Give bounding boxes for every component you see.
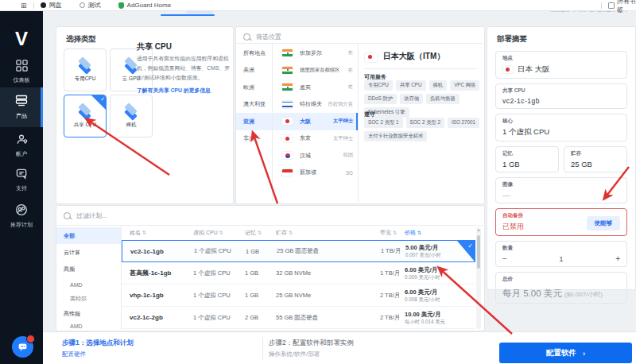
summary-plan-box: 共享 CPU vc2-1c-1gb [495,83,627,109]
city-row-bangalore[interactable]: 班加罗尔 在 [273,45,358,62]
products-stack-icon [15,95,28,107]
apps-grid-icon[interactable]: ⊞ [21,2,27,10]
location-detail-title: 日本大阪（ITM） [383,51,444,62]
step2-title[interactable]: 步骤2：配置软件和部署实例 [269,339,354,348]
summary-location-box: 地点 日本 大阪 [495,51,627,79]
plan-filter-all[interactable]: 全部 [56,227,121,244]
plan-filter-high-performance[interactable]: 高性能 [56,306,121,321]
sidebar-item-label: 帐户 [0,150,43,158]
bookmark-item[interactable]: 测试 [80,1,101,10]
plan-memory: 1 GB [245,269,276,277]
singapore-flag-icon [282,169,293,176]
sort-icon: ⇅ [142,230,146,235]
sort-icon: ⇅ [219,230,223,235]
plan-filter-high-frequency[interactable]: 高频 [56,261,121,277]
city-row-osaka[interactable]: 大阪 太平绅士 [273,113,358,130]
column-header-memory[interactable]: 记忆⇅ [245,229,276,237]
plan-storage: 55 GB 固态硬盘 [276,314,380,322]
bookmark-label: 网盘 [49,1,62,10]
region-item-australia[interactable]: 澳大利亚 [236,96,272,114]
chat-widget-button[interactable] [12,336,33,358]
compliance-tag: ISO 27001 [448,118,479,128]
server-stack-icon [76,103,95,118]
type-card-shared-cpu[interactable]: ✓ 共享 CPU [64,95,107,137]
bookmark-label: 测试 [88,1,101,10]
plan-row-vc2-1c-1gb[interactable]: vc2-1c-1gb 1 个虚拟 CPU 1 GB 25 GB 固态硬盘 1 T… [122,240,475,262]
table-scrollbar[interactable]: ▲ [476,227,481,329]
sidebar-item-dashboard[interactable]: 仪表板 [0,56,43,84]
bookmark-item[interactable]: 网盘 [41,1,62,10]
city-row-mumbai[interactable]: 孟买 在 [273,79,358,96]
city-row-tel-aviv[interactable]: 特拉维夫 日程简介意 [273,96,358,114]
column-header-vcpu[interactable]: 虚拟 CPU⇅ [193,229,245,237]
region-item-africa[interactable]: 非洲 [236,130,272,148]
region-item-americas[interactable]: 美洲 [236,62,272,79]
quantity-plus-button[interactable]: + [615,254,620,263]
filter-label: 全部 [64,232,75,240]
filter-label: 英特尔 [70,295,87,303]
plan-filter-intel[interactable]: 英特尔 [56,292,121,306]
configure-software-button[interactable]: 配置软件 › [499,343,632,363]
region-item-asia[interactable]: 亚洲 [236,113,272,130]
city-meta: 太平绅士 [333,135,353,142]
column-header-storage[interactable]: 贮存⇅ [276,229,380,237]
type-card-bare-metal[interactable]: 裸机 [110,95,153,137]
type-card-dedicated-cpu[interactable]: 专用CPU [64,48,107,91]
step1-title[interactable]: 步骤1：选择地点和计划 [62,339,134,348]
plan-row-vhp-1c-1gb[interactable]: vhp-1c-1gb 1 个虚拟 CPU 1 GB 25 GB NVMe 2 T… [122,285,475,307]
city-meta: 在 [348,67,353,74]
divider [236,43,483,44]
bookmark-label: AdGuard Home [127,2,172,9]
storage-value: 25 GB [571,160,620,168]
all-bookmarks-button[interactable]: 所有书签 [595,0,636,14]
column-header-bandwidth[interactable]: 带宽⇅ [380,229,405,237]
chat-bubble-icon [17,342,28,352]
plan-filter-amd-2[interactable]: AMD [56,321,121,331]
column-header-price[interactable]: 价格⇅ [405,229,475,237]
plan-filter-amd[interactable]: AMD [56,277,121,292]
summary-label: 数量 [502,245,620,252]
column-header-name[interactable]: 姓名⇅ [122,229,193,237]
plan-vcpu: 1 个虚拟 CPU [193,314,245,322]
sidebar-item-account[interactable]: 帐户 [0,130,43,158]
server-stack-icon [76,57,95,72]
compliance-tag: 支付卡行业数据安全标准 [364,131,427,141]
israel-flag-icon [282,101,293,108]
plan-name: vc2-1c-2gb [122,314,193,321]
city-name: 班加罗尔 [300,49,322,57]
city-row-delhi[interactable]: 德里国家首都辖区 在 [273,62,358,79]
region-item-all[interactable]: 所有地点 [236,45,272,62]
type-card-label: 裸机 [126,122,137,129]
plan-row-vhf-1c-1gb[interactable]: 甚高频-1c-1gb 1 个虚拟 CPU 1 GB 32 GB NVMe 1 T… [122,262,475,285]
plan-row-vc2-1c-2gb[interactable]: vc2-1c-2gb 1 个虚拟 CPU 2 GB 55 GB 固态硬盘 2 T… [122,307,475,329]
step2-subtitle: 操作系统/软件/部署 [269,350,320,358]
vultr-logo[interactable]: V [0,28,43,50]
sidebar-item-products[interactable]: 产品 [0,87,43,127]
service-tag: 专用CPU [364,80,393,91]
total-price: 每月 5.00 美元 ($0.007/小时) [502,288,603,298]
region-item-europe[interactable]: 欧洲 [236,79,272,96]
filter-label: AMD [70,282,83,288]
divider [358,44,359,202]
location-search-input[interactable]: 筛选位置 [243,33,281,41]
city-name: 汉城 [300,152,311,160]
referral-people-icon [15,203,28,216]
column-label: 带宽 [380,230,391,235]
city-row-tokyo[interactable]: 东京 太平绅士 [273,130,358,148]
shared-cpu-learn-more-link[interactable]: 了解有关共享 CPU 的更多信息 [137,87,211,95]
bookmark-item[interactable]: AdGuard Home [118,2,172,9]
sidebar-item-referral[interactable]: 推荐计划 [0,199,43,231]
city-row-singapore[interactable]: 新加坡 SG [273,165,358,182]
plan-memory: 1 GB [246,248,277,255]
plan-storage: 32 GB NVMe [276,269,380,277]
city-name: 新加坡 [300,168,316,176]
sidebar-item-support[interactable]: 支持 [0,164,43,192]
price-hourly: 0.009 美元/小时 [405,274,475,281]
plan-filter-input[interactable]: 过滤计划... [64,211,107,220]
city-row-seoul[interactable]: 汉城 韩国 [273,147,358,165]
scrollbar-thumb[interactable] [477,235,480,269]
plan-filter-cloud-compute[interactable]: 云计算 [56,244,121,261]
sidebar-item-label: 推荐计划 [0,221,43,229]
search-placeholder: 过滤计划... [76,211,107,220]
enable-backups-button[interactable]: 使能够 [587,216,621,230]
